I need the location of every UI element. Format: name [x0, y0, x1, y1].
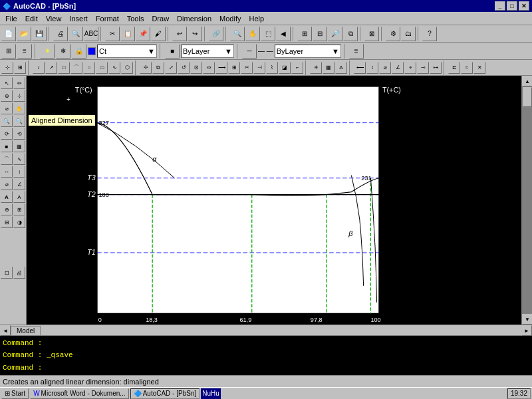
menu-insert[interactable]: Insert: [65, 13, 92, 24]
view-btn[interactable]: ⊕: [1, 90, 13, 102]
menu-format[interactable]: Format: [92, 13, 123, 24]
dim-ang-btn[interactable]: ∠: [13, 178, 25, 190]
scroll-track[interactable]: [522, 86, 532, 314]
dim-align-btn[interactable]: ↔: [1, 166, 13, 178]
shade-btn[interactable]: ◑: [13, 216, 25, 228]
menu-draw[interactable]: Draw: [148, 13, 173, 24]
dim-rad-btn[interactable]: ⌀: [1, 178, 13, 190]
text-tool[interactable]: A: [1, 191, 13, 203]
redo-button[interactable]: ↪: [188, 27, 202, 41]
break-btn[interactable]: ⌇: [266, 62, 278, 74]
spell-button[interactable]: ABC: [84, 27, 98, 41]
color-dropdown-arrow[interactable]: ▼: [225, 47, 232, 55]
h-scroll-left[interactable]: ◄: [0, 325, 11, 336]
dim2-btn[interactable]: ↕: [366, 62, 378, 74]
design-center[interactable]: 🗂: [401, 27, 416, 41]
menu-view[interactable]: View: [42, 13, 66, 24]
layer-light[interactable]: ☀: [40, 44, 55, 59]
spline-btn[interactable]: ∿: [108, 62, 120, 74]
linetype-dropdown[interactable]: ByLayer ▼: [275, 45, 341, 58]
extend-btn[interactable]: ⊣: [253, 62, 265, 74]
dim5-btn[interactable]: ⌖: [404, 62, 416, 74]
rect-btn[interactable]: □: [58, 62, 70, 74]
zoom-out-btn[interactable]: 🔍: [13, 115, 25, 127]
dim3-btn[interactable]: ⌀: [379, 62, 391, 74]
array-btn[interactable]: ⊞: [228, 62, 240, 74]
cmd-input[interactable]: [42, 364, 529, 372]
poly-btn[interactable]: ⬡: [121, 62, 133, 74]
hyperlink-button[interactable]: 🔗: [209, 27, 223, 41]
h-scroll-right[interactable]: ►: [521, 325, 532, 336]
color-btn[interactable]: ■: [165, 44, 180, 59]
word-taskbar-button[interactable]: W Microsoft Word - Dokumen...: [30, 388, 129, 399]
aerial-view[interactable]: ⊠: [364, 27, 379, 41]
menu-help[interactable]: Help: [245, 13, 268, 24]
open-button[interactable]: 📂: [17, 27, 31, 41]
zoom-scale[interactable]: 🔎: [328, 27, 342, 41]
linetype-icon[interactable]: ─: [242, 44, 257, 59]
menu-modify[interactable]: Modify: [215, 13, 245, 24]
ucs-btn[interactable]: ⌀: [1, 102, 13, 114]
copy-obj-btn[interactable]: ⧉: [152, 62, 164, 74]
new-button[interactable]: 📄: [1, 27, 16, 41]
fillet-btn[interactable]: ⌐: [291, 62, 303, 74]
preview-button[interactable]: 🔍: [68, 27, 83, 41]
save-button[interactable]: 💾: [32, 27, 47, 41]
vertical-scrollbar[interactable]: ▲ ▼: [521, 76, 532, 325]
spline-tool[interactable]: ∿: [13, 153, 25, 165]
undo-button[interactable]: ↩: [172, 27, 187, 41]
drawing-canvas[interactable]: Aligned Dimension + T(+C) T(°C): [27, 76, 521, 325]
offset-btn[interactable]: ⟶: [215, 62, 227, 74]
stretch-btn[interactable]: ⤢: [165, 62, 177, 74]
freehand-btn[interactable]: ✏: [13, 77, 25, 89]
redraw-btn[interactable]: ⟳: [1, 128, 13, 140]
layer-lock[interactable]: 🔒: [72, 44, 86, 59]
matchprop-button[interactable]: 🖌: [151, 27, 166, 41]
dim1-btn[interactable]: ⟵: [354, 62, 366, 74]
hide-btn[interactable]: ⊟: [1, 216, 13, 228]
zoom-3d[interactable]: ⧉: [343, 27, 358, 41]
hatch-tool[interactable]: ▦: [13, 140, 25, 152]
snap-tool[interactable]: ⊹: [13, 90, 25, 102]
line-btn[interactable]: /: [33, 62, 45, 74]
autocad-taskbar-button[interactable]: 🔷 AutoCAD - [PbSn]: [130, 388, 200, 399]
text-btn[interactable]: A: [335, 62, 347, 74]
solid-btn[interactable]: ■: [1, 140, 13, 152]
dim7-btn[interactable]: ⊶: [430, 62, 442, 74]
zoom-all[interactable]: ⊟: [313, 27, 327, 41]
pan-btn[interactable]: ✋: [13, 102, 25, 114]
mtext-tool[interactable]: A: [13, 191, 25, 203]
print-button[interactable]: 🖨: [53, 27, 68, 41]
layer-dropdown-arrow[interactable]: ▼: [148, 47, 155, 55]
lineweight-btn[interactable]: ≡: [349, 44, 364, 59]
layer-dropdown[interactable]: Ct ▼: [97, 45, 157, 58]
scroll-down-button[interactable]: ▼: [522, 314, 532, 325]
move-btn[interactable]: ✢: [140, 62, 152, 74]
select-btn[interactable]: ↖: [1, 77, 13, 89]
grid-btn[interactable]: ⊞: [14, 62, 26, 74]
layer-state[interactable]: ≡: [17, 44, 32, 59]
zoom-in-btn[interactable]: 🔍: [1, 115, 13, 127]
block-tool[interactable]: ⊞: [13, 203, 25, 215]
model-tab[interactable]: Model: [11, 326, 41, 335]
scroll-up-button[interactable]: ▲: [522, 76, 532, 86]
zoom-prev[interactable]: ◀: [276, 27, 291, 41]
prop-button[interactable]: ⚙: [386, 27, 400, 41]
snap-btn[interactable]: ⊹: [1, 62, 13, 74]
start-button[interactable]: ⊞ Start: [1, 388, 29, 399]
menu-tools[interactable]: Tools: [123, 13, 148, 24]
color-dropdown[interactable]: ByLayer ▼: [181, 45, 234, 58]
ellipse-btn[interactable]: ⬭: [96, 62, 108, 74]
more1-btn[interactable]: ⊏: [448, 62, 460, 74]
layer-manager[interactable]: ⊞: [1, 44, 16, 59]
regen-btn[interactable]: ⟲: [13, 128, 25, 140]
menu-dimension[interactable]: Dimension: [173, 13, 215, 24]
insert-tool[interactable]: ⊕: [1, 203, 13, 215]
linetype-dropdown-arrow[interactable]: ▼: [332, 47, 339, 55]
explode-btn[interactable]: ✳: [310, 62, 322, 74]
paste-button[interactable]: 📌: [136, 27, 150, 41]
arc-btn[interactable]: ⌒: [70, 62, 82, 74]
zoom-window[interactable]: ⬚: [261, 27, 275, 41]
dim6-btn[interactable]: ⊸: [417, 62, 429, 74]
dim-style-btn[interactable]: ⊡: [1, 267, 13, 279]
